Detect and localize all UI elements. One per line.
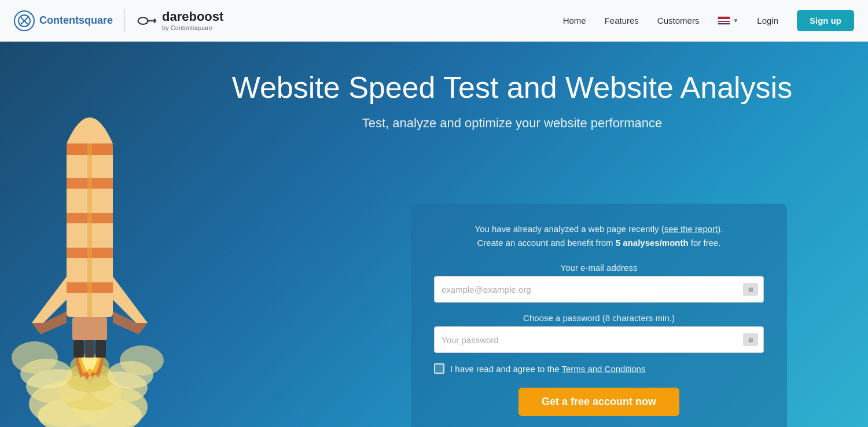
dareboost-icon (137, 14, 157, 28)
svg-point-15 (12, 341, 58, 374)
terms-link[interactable]: Terms and Conditions (561, 364, 645, 374)
svg-rect-26 (73, 340, 84, 358)
contentsquare-logo[interactable]: Contentsquare (14, 10, 113, 31)
nav-features[interactable]: Features (605, 16, 639, 25)
terms-checkbox[interactable] (434, 363, 444, 374)
dareboost-logo: dareboost by Contentsquare (137, 10, 223, 31)
password-label: Choose a password (8 characters min.) (434, 313, 764, 323)
email-input[interactable] (434, 276, 764, 303)
dareboost-by-line: by Contentsquare (162, 24, 223, 31)
hero-content: Website Speed Test and Website Analysis … (191, 71, 833, 152)
signup-button[interactable]: Sign up (797, 10, 854, 31)
nav-customers[interactable]: Customers (657, 16, 700, 25)
login-link[interactable]: Login (757, 16, 778, 25)
notice-line2-suffix: for free. (689, 238, 721, 248)
email-label: Your e-mail address (434, 263, 764, 273)
email-input-icon: ⊞ (743, 283, 758, 296)
svg-rect-25 (72, 317, 107, 340)
svg-point-16 (120, 345, 164, 376)
terms-row: I have read and agree to the Terms and C… (434, 363, 764, 374)
nav-home[interactable]: Home (563, 16, 586, 25)
svg-rect-24 (87, 143, 92, 317)
contentsquare-icon (14, 10, 35, 31)
email-input-wrapper: ⊞ (434, 276, 764, 303)
main-nav: Home Features Customers ▼ Login Sign up (563, 10, 854, 31)
terms-text: I have read and agree to the (450, 364, 561, 374)
flag-icon (718, 16, 730, 25)
hero-title: Website Speed Test and Website Analysis (191, 71, 833, 105)
notice-line2-prefix: Create an account and benefit from (477, 238, 615, 248)
submit-wrapper: Get a free account now (434, 388, 764, 416)
signup-form-card: You have already analyzed a web page rec… (411, 204, 787, 427)
svg-rect-28 (95, 340, 106, 358)
terms-label: I have read and agree to the Terms and C… (450, 364, 645, 374)
svg-point-2 (138, 17, 148, 24)
notice-bold: 5 analyses/month (616, 238, 689, 248)
see-report-link[interactable]: see the report (664, 224, 718, 234)
password-input-icon: ⊞ (743, 333, 758, 346)
language-selector[interactable]: ▼ (718, 16, 738, 25)
form-notice: You have already analyzed a web page rec… (434, 222, 764, 250)
notice-text-2: ). (718, 224, 723, 234)
rocket-illustration (0, 57, 179, 427)
notice-link-text: see the report (664, 224, 718, 234)
terms-link-text: Terms and Conditions (561, 364, 645, 374)
notice-text-1: You have already analyzed a web page rec… (475, 224, 664, 234)
password-input[interactable] (434, 326, 764, 353)
dareboost-brand-name: dareboost (162, 10, 223, 24)
logo-divider (124, 9, 125, 32)
dareboost-text: dareboost by Contentsquare (162, 10, 223, 31)
chevron-down-icon: ▼ (733, 17, 738, 24)
hero-section: Website Speed Test and Website Analysis … (0, 42, 868, 427)
password-input-wrapper: ⊞ (434, 326, 764, 353)
hero-subtitle: Test, analyze and optimize your website … (191, 116, 833, 131)
get-account-button[interactable]: Get a free account now (518, 388, 679, 416)
header: Contentsquare dareboost by Contentsquare… (0, 0, 868, 42)
contentsquare-name: Contentsquare (39, 14, 113, 27)
svg-rect-27 (85, 340, 94, 358)
logo-group: Contentsquare dareboost by Contentsquare (14, 9, 223, 32)
